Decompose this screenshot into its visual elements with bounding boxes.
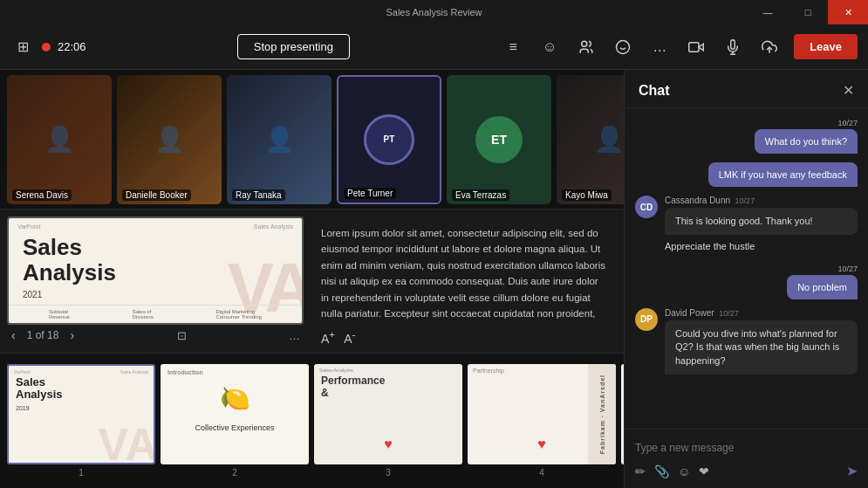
chat-input-area: ✏ 📎 ☺ ❤ ➤: [625, 429, 868, 488]
slide-brand: VarPoint: [17, 223, 40, 230]
thumbnail-number: 2: [232, 468, 237, 478]
slide-label-1: SubtotalRevenue: [49, 309, 70, 320]
chat-message-group-3: CD Cassandra Dunn 10/27 This is looking …: [635, 196, 858, 256]
thumbnail-slide[interactable]: VarPointSales Analysis SalesAnalysis 201…: [7, 364, 155, 464]
toolbar: ⊞ 22:06 Stop presenting ≡ ☺ …: [0, 24, 868, 70]
slide-options-button[interactable]: …: [285, 327, 304, 344]
reactions-icon[interactable]: [611, 35, 635, 59]
chat-message-row: CD Cassandra Dunn 10/27 This is looking …: [635, 196, 858, 256]
attach-icon[interactable]: 📎: [654, 464, 669, 478]
chat-header: Chat ✕: [625, 70, 868, 108]
chat-message-group-2: LMK if you have any feedback: [635, 162, 858, 187]
chat-close-button[interactable]: ✕: [843, 82, 854, 99]
thumb-year: 2019: [9, 403, 154, 413]
thumbnail-slide[interactable]: [621, 364, 624, 464]
window-title: Sales Analysis Review: [386, 7, 482, 17]
participant-tile-active[interactable]: PT Pete Turner: [337, 75, 441, 204]
participant-name: Eva Terrazas: [452, 189, 509, 201]
thumbnail-number: 4: [539, 468, 544, 478]
slide-counter: 1 of 18: [27, 329, 59, 341]
chat-sender: Cassandra Dunn 10/27: [665, 196, 858, 205]
slide-text-content: Lorem ipsum dolor sit amet, consectetur …: [311, 217, 617, 323]
share-icon[interactable]: [757, 35, 782, 59]
thumbnail-item[interactable]: VarPointSales Analysis SalesAnalysis 201…: [7, 364, 155, 478]
grid-icon[interactable]: ⊞: [10, 35, 35, 59]
thumb-rotated-text-area: Fabrikam · VanArsdel: [588, 364, 616, 464]
slides-area: VarPoint Sales Analysis SalesAnalysis 20…: [0, 210, 624, 353]
chat-title: Chat: [639, 83, 670, 99]
thumb-header: VarPointSales Analysis: [9, 366, 154, 375]
thumb-performance: Performance&: [314, 373, 462, 402]
slide-label-2: Sales ofDivisions: [133, 309, 154, 320]
next-slide-button[interactable]: ›: [65, 326, 79, 344]
thumbnail-slide[interactable]: Partnership ♥ Fabrikam · VanArsdel: [468, 364, 616, 464]
slide-bottom-bar: SubtotalRevenue Sales ofDivisions Digita…: [9, 305, 302, 323]
chat-avatar: DP: [635, 308, 658, 331]
thumb-icon-area: 🍋: [161, 377, 309, 420]
leave-button[interactable]: Leave: [794, 34, 858, 59]
thumbnail-slide[interactable]: Sales Analysis Performance& ♥: [314, 364, 462, 464]
thumb-intro-label: Introduction: [161, 364, 309, 377]
font-increase-button[interactable]: A+: [321, 328, 335, 346]
chat-input[interactable]: [635, 438, 858, 457]
more-options-icon[interactable]: …: [647, 35, 672, 59]
slide-nav: ‹ 1 of 18 › ⊡ …: [7, 325, 304, 346]
thumbnail-item[interactable]: Sales Analysis Performance& ♥ 3: [314, 364, 462, 478]
chat-bubble: What do you think?: [755, 129, 858, 154]
svg-rect-4: [689, 42, 699, 52]
participants-strip: 👤 Serena Davis 👤 Danielle Booker 👤 Ray T…: [0, 70, 624, 210]
prev-slide-button[interactable]: ‹: [7, 326, 20, 344]
participant-tile[interactable]: 👤 Kayo Miwa: [557, 75, 624, 204]
close-button[interactable]: ✕: [828, 0, 868, 24]
content-area: 👤 Serena Davis 👤 Danielle Booker 👤 Ray T…: [0, 70, 624, 488]
camera-icon[interactable]: [684, 35, 708, 59]
stop-presenting-button[interactable]: Stop presenting: [237, 34, 350, 59]
thumb-rotated-text: Fabrikam · VanArsdel: [599, 375, 605, 454]
main-area: 👤 Serena Davis 👤 Danielle Booker 👤 Ray T…: [0, 70, 868, 488]
chat-panel: Chat ✕ 10/27 What do you think? LMK if y…: [624, 70, 868, 488]
thumb-watermark: VA: [99, 422, 155, 464]
thumbnail-number: 3: [386, 468, 391, 478]
thumb-heart-icon: ♥: [384, 436, 393, 452]
chat-sender: David Power 10/27: [665, 308, 858, 318]
chat-message-content: Cassandra Dunn 10/27 This is looking goo…: [665, 196, 858, 256]
participant-name: Danielle Booker: [122, 189, 191, 201]
thumbnail-slide[interactable]: Introduction 🍋 Collective Experiences: [161, 364, 309, 464]
chat-message-group-1: 10/27 What do you think?: [635, 119, 858, 154]
chat-timestamp: 10/27: [837, 119, 858, 127]
participant-name: Ray Tanaka: [232, 189, 285, 201]
toolbar-center: Stop presenting: [86, 34, 502, 59]
font-decrease-button[interactable]: A-: [344, 328, 355, 346]
toolbar-right: ≡ ☺ … Leave: [501, 34, 858, 59]
participant-tile[interactable]: 👤 Ray Tanaka: [227, 75, 331, 204]
mic-icon[interactable]: [721, 35, 745, 59]
chat-message-group-5: DP David Power 10/27 Could you dive into…: [635, 308, 858, 378]
svg-point-0: [582, 41, 587, 46]
chat-message-group-4: 10/27 No problem: [635, 265, 858, 299]
maximize-button[interactable]: □: [788, 0, 828, 24]
participant-name: Serena Davis: [12, 189, 72, 201]
svg-point-1: [617, 40, 630, 53]
people-icon[interactable]: [574, 35, 598, 59]
participant-name: Pete Turner: [344, 188, 396, 199]
emoji-icon[interactable]: ☺: [537, 35, 562, 59]
menu-lines-icon[interactable]: ≡: [501, 35, 525, 59]
record-indicator: [42, 43, 51, 52]
thumbnail-item[interactable]: 5: [621, 364, 624, 478]
participant-tile[interactable]: 👤 Danielle Booker: [117, 75, 222, 204]
thumbnail-item[interactable]: Partnership ♥ Fabrikam · VanArsdel 4: [468, 364, 616, 478]
window-controls: — □ ✕: [748, 0, 868, 24]
participant-tile[interactable]: ET Eva Terrazas: [447, 75, 551, 204]
chat-timestamp: 10/27: [837, 265, 858, 273]
chat-message-row: DP David Power 10/27 Could you dive into…: [635, 308, 858, 378]
sticker-icon[interactable]: ❤: [699, 464, 709, 478]
chat-avatar: CD: [635, 196, 658, 218]
participant-tile[interactable]: 👤 Serena Davis: [7, 75, 112, 204]
chat-send-button[interactable]: ➤: [846, 463, 858, 479]
thumbnail-item[interactable]: Introduction 🍋 Collective Experiences 2: [161, 364, 309, 478]
format-icon[interactable]: ✏: [635, 464, 646, 478]
fit-slide-button[interactable]: ⊡: [174, 327, 190, 344]
chat-input-icons: ✏ 📎 ☺ ❤ ➤: [635, 457, 858, 479]
minimize-button[interactable]: —: [748, 0, 788, 24]
emoji-reaction-icon[interactable]: ☺: [678, 464, 690, 478]
